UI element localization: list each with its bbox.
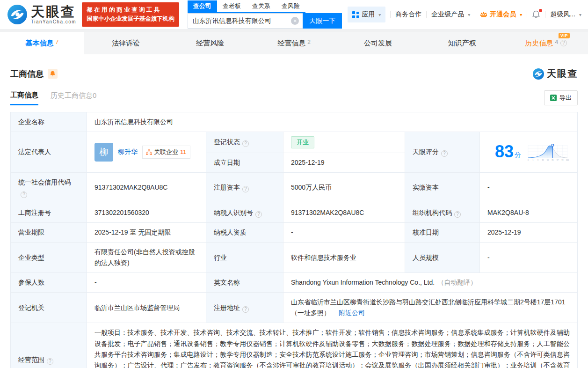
establish-date-label: 成立日期 xyxy=(206,153,283,172)
apps-menu[interactable]: 应用 xyxy=(348,7,385,22)
tab-business-info[interactable]: 经营信息 2 xyxy=(252,32,336,54)
reg-authority-value: 临沂市兰山区市场监督管理局 xyxy=(87,293,206,323)
company-type-label: 企业类型 xyxy=(11,243,87,273)
search-tab-risk[interactable]: 查风险 xyxy=(276,0,305,12)
apps-label: 应用 xyxy=(362,10,375,19)
nav-business-cooperation[interactable]: 商务合作 xyxy=(395,10,421,19)
help-icon[interactable] xyxy=(441,150,448,157)
establish-date-value: 2025-12-19 xyxy=(283,153,405,172)
subscribe-button[interactable] xyxy=(48,69,58,79)
export-button[interactable]: 导出 xyxy=(544,90,578,105)
search-tab-boss[interactable]: 查老板 xyxy=(217,0,247,12)
subtab-business-registration[interactable]: 工商信息 xyxy=(10,91,38,105)
legal-rep-avatar[interactable]: 柳 xyxy=(94,143,113,162)
related-companies-badge[interactable]: 关联企业 11 xyxy=(142,146,190,158)
legal-rep-label: 法定代表人 xyxy=(11,132,87,173)
industry-value: 软件和信息技术服务业 xyxy=(283,243,405,273)
clear-icon[interactable] xyxy=(291,17,299,25)
reg-capital-value: 5000万人民币 xyxy=(283,172,405,203)
search-button[interactable]: 天眼一下 xyxy=(303,13,342,29)
svg-text:1: 1 xyxy=(533,159,534,161)
english-name-label: 英文名称 xyxy=(206,273,283,293)
org-chart-icon xyxy=(146,149,152,155)
tab-development-label: 公司发展 xyxy=(364,39,392,48)
credit-code-value: 91371302MAK2Q8AU8C xyxy=(87,172,206,203)
crown-icon xyxy=(480,11,487,18)
score-distribution-chart: 0 1 3 15 50 85 97 99 100 xyxy=(527,139,569,165)
tab-legal-label: 法律诉讼 xyxy=(112,39,140,48)
business-term-value: 2025-12-19 至 无固定期限 xyxy=(87,222,206,242)
help-icon[interactable] xyxy=(255,211,262,218)
subtab-history-registration[interactable]: 历史工商信息0 xyxy=(51,91,96,104)
business-info-table: 企业名称 山东沂讯信息科技有限公司 法定代表人 柳 柳升华 关联 xyxy=(10,112,578,368)
svg-text:85: 85 xyxy=(552,159,554,161)
header-nav: 应用 商务合作 企业级产品 开通会员 超级风... xyxy=(348,7,581,22)
tab-operational-risk[interactable]: 经营风险 xyxy=(168,32,252,54)
reg-capital-label: 注册资本 xyxy=(206,172,283,203)
help-icon[interactable] xyxy=(242,140,249,147)
help-icon[interactable] xyxy=(242,306,249,313)
svg-text:99: 99 xyxy=(562,159,564,161)
taxpayer-quality-value: - xyxy=(283,222,405,242)
enterprise-products-label: 企业级产品 xyxy=(431,10,464,19)
reg-authority-label: 登记机关 xyxy=(11,293,87,323)
table-row: 统一社会信用代码 91371302MAK2Q8AU8C 注册资本 5000万人民… xyxy=(11,172,578,203)
logo-swirl-icon xyxy=(7,5,27,24)
approval-date-label: 核准日期 xyxy=(405,222,480,242)
tab-company-development[interactable]: 公司发展 xyxy=(336,32,420,54)
company-type-value: 有限责任公司(非自然人投资或控股的法人独资) xyxy=(87,243,206,273)
nav-enterprise-products[interactable]: 企业级产品 xyxy=(431,10,470,19)
divider xyxy=(390,11,391,18)
help-icon[interactable] xyxy=(560,40,567,46)
business-scope-value: 一般项目：技术服务、技术开发、技术咨询、技术交流、技术转让、技术推广；软件开发；… xyxy=(87,323,578,368)
tab-basic-info[interactable]: 基本信息 7 xyxy=(0,32,84,54)
table-row: 登记机关 临沂市兰山区市场监督管理局 注册地址 山东省临沂市兰山区柳青街道长沙路… xyxy=(11,293,578,323)
top-header: 天眼查 TianYanCha.com 都 在 用 的 商 业 查 询 工 具 国… xyxy=(0,0,588,29)
excel-icon xyxy=(550,95,557,101)
table-row: 法定代表人 柳 柳升华 关联企业 11 xyxy=(11,132,578,153)
score-label: 天眼评分 xyxy=(405,132,480,173)
svg-text:3: 3 xyxy=(537,159,538,161)
english-name-value: Shandong Yixun Information Technology Co… xyxy=(283,273,578,293)
insured-value: - xyxy=(87,273,206,293)
tab-business-info-label: 经营信息 xyxy=(277,39,305,48)
business-cooperation-label: 商务合作 xyxy=(395,10,421,19)
svg-text:97: 97 xyxy=(557,159,559,161)
tianyancha-logo[interactable]: 天眼查 TianYanCha.com xyxy=(7,5,76,24)
reg-number-label: 工商注册号 xyxy=(11,203,87,222)
tab-intellectual-property[interactable]: 知识产权 xyxy=(420,32,504,54)
org-code-label: 组织机构代码 xyxy=(405,203,480,222)
help-icon[interactable] xyxy=(21,191,27,198)
reg-status-label: 登记状态 xyxy=(206,132,283,153)
paid-capital-label: 实缴资本 xyxy=(405,172,480,203)
divider xyxy=(527,11,527,18)
tab-legal-proceedings[interactable]: 法律诉讼 xyxy=(84,32,168,54)
score-unit: 分 xyxy=(515,151,521,159)
reg-status-cell: 开业 xyxy=(283,132,405,153)
taxpayer-id-value: 91371302MAK2Q8AU8C xyxy=(283,203,405,222)
watermark-logo: 天眼查 xyxy=(533,67,578,80)
help-icon[interactable] xyxy=(454,211,461,218)
tab-ip-label: 知识产权 xyxy=(448,39,476,48)
notifications-button[interactable] xyxy=(532,10,540,19)
tab-history-info[interactable]: 历史信息 4 VIP xyxy=(504,32,588,54)
help-icon[interactable] xyxy=(47,358,53,365)
search-tab-company[interactable]: 查公司 xyxy=(188,0,217,12)
notification-dot xyxy=(539,9,542,12)
table-row: 经营范围 一般项目：技术服务、技术开发、技术咨询、技术交流、技术转让、技术推广；… xyxy=(11,323,578,368)
help-icon[interactable] xyxy=(242,186,249,192)
watermark-name: 天眼查 xyxy=(547,67,578,80)
legal-rep-link[interactable]: 柳升华 xyxy=(118,147,138,157)
nav-open-vip[interactable]: 开通会员 xyxy=(480,10,522,19)
company-name-value: 山东沂讯信息科技有限公司 xyxy=(87,112,578,132)
nearby-companies-link[interactable]: 附近公司 xyxy=(339,309,365,316)
taxpayer-id-label: 纳税人识别号 xyxy=(206,203,283,222)
search-input[interactable] xyxy=(188,13,303,29)
auto-translate-note: （自动翻译） xyxy=(437,279,477,286)
search-tab-relation[interactable]: 查关系 xyxy=(247,0,276,12)
export-label: 导出 xyxy=(559,94,572,102)
apps-grid-icon xyxy=(352,11,359,18)
divider xyxy=(475,11,475,18)
nav-super-risk[interactable]: 超级风... xyxy=(550,10,581,19)
table-row: 企业名称 山东沂讯信息科技有限公司 xyxy=(11,112,578,132)
